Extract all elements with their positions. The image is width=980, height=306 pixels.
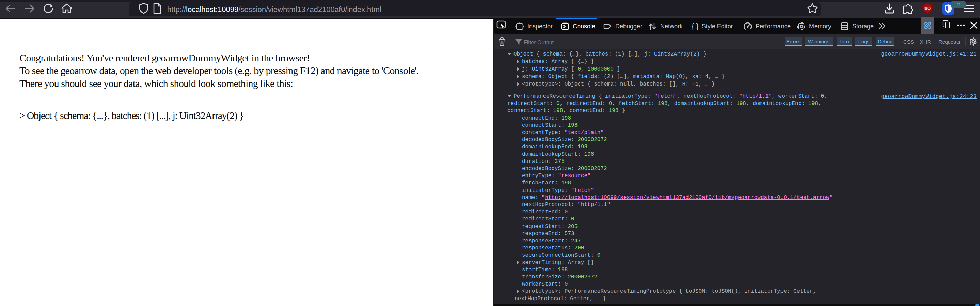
svg-text:uO: uO — [924, 6, 931, 11]
